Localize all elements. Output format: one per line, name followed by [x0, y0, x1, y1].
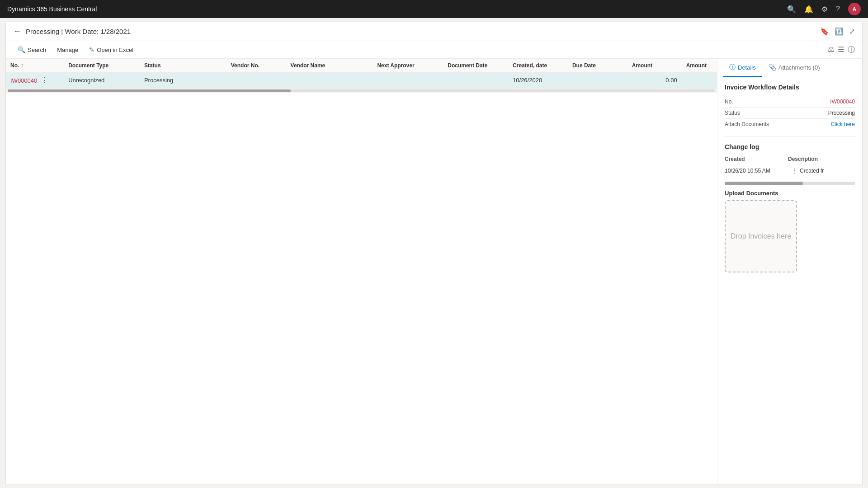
col-header-doc-date: Document Date: [443, 59, 508, 73]
right-panel: ⓘ Details 📎 Attachments (0) Invoice Work…: [717, 59, 862, 484]
detail-row-no: No. IW000040: [725, 96, 855, 108]
cell-vendor-name: [286, 73, 373, 88]
cell-vendor-no: [226, 73, 286, 88]
changelog-col-header-created: Created: [725, 156, 788, 162]
tab-details[interactable]: ⓘ Details: [723, 59, 762, 77]
cell-created-date: 10/26/2020: [508, 73, 568, 88]
cell-doctype: Unrecognized: [64, 73, 140, 88]
bookmark-icon[interactable]: 🔖: [820, 27, 829, 36]
details-section-title: Invoice Workflow Details: [725, 84, 855, 91]
panel-scrollbar[interactable]: [725, 182, 855, 185]
tab-attachments-label: Attachments (0): [778, 64, 820, 71]
detail-row-status: Status Processing: [725, 108, 855, 119]
drop-zone-text: Drop Invoices here: [731, 232, 791, 240]
section-divider-1: [725, 136, 855, 137]
record-link[interactable]: IW000040: [10, 77, 37, 84]
help-icon[interactable]: ?: [836, 5, 840, 13]
changelog-col-header-desc: Description: [788, 156, 855, 162]
notification-icon[interactable]: 🔔: [804, 5, 813, 14]
col-header-amount2: Amount: [682, 59, 717, 73]
table-row[interactable]: IW000040 ⋮ Unrecognized Processing 10/26…: [6, 73, 717, 88]
cell-amount: 0.00: [627, 73, 682, 88]
search-button[interactable]: 🔍 Search: [13, 44, 51, 56]
page-title: Processing | Work Date: 1/28/2021: [26, 28, 131, 35]
content-area: No. ↑ Document Type Status Vendor No. Ve…: [6, 59, 862, 484]
nav-right: 🔍 🔔 ⚙ ? A: [787, 3, 861, 15]
detail-label-attach-docs: Attach Documents: [725, 121, 769, 127]
search-toolbar-icon: 🔍: [18, 46, 25, 53]
col-header-created-date: Created, date: [508, 59, 568, 73]
upload-title: Upload Documents: [725, 190, 855, 197]
detail-value-attach-docs[interactable]: Click here: [831, 121, 855, 127]
filter-icon[interactable]: ⚖: [828, 45, 834, 55]
upload-section: Upload Documents Drop Invoices here: [725, 190, 855, 272]
excel-icon: ✎: [89, 46, 94, 53]
col-header-status: Status: [140, 59, 226, 73]
main-container: ← Processing | Work Date: 1/28/2021 🔖 🔃 …: [5, 22, 863, 484]
app-title: Dynamics 365 Business Central: [7, 5, 97, 13]
detail-value-status: Processing: [828, 110, 855, 116]
table-area: No. ↑ Document Type Status Vendor No. Ve…: [6, 59, 717, 484]
page-header-right: 🔖 🔃 ⤢: [820, 27, 855, 36]
detail-label-status: Status: [725, 110, 740, 116]
user-avatar[interactable]: A: [848, 3, 861, 15]
cell-next-approver: [373, 73, 443, 88]
col-header-doctype: Document Type: [64, 59, 140, 73]
toolbar-right: ⚖ ☰ ⓘ: [828, 45, 855, 55]
tab-details-label: Details: [738, 64, 756, 71]
panel-tabs: ⓘ Details 📎 Attachments (0): [717, 59, 862, 77]
col-header-due-date: Due Date: [568, 59, 627, 73]
changelog-section-title: Change log: [725, 143, 855, 150]
data-table: No. ↑ Document Type Status Vendor No. Ve…: [6, 59, 717, 88]
col-header-vendor-name: Vendor Name: [286, 59, 373, 73]
open-excel-button[interactable]: ✎ Open in Excel: [85, 44, 138, 56]
cell-due-date: [568, 73, 627, 88]
scrollbar-track: [8, 89, 715, 92]
cell-status: Processing: [140, 73, 226, 88]
changelog-row: 10/26/20 10:55 AM ⋮ Created fr: [725, 165, 855, 177]
changelog-header: Created Description: [725, 156, 855, 162]
tab-attachments[interactable]: 📎 Attachments (0): [762, 59, 826, 77]
panel-scrollbar-thumb: [725, 182, 803, 185]
details-tab-icon: ⓘ: [729, 63, 736, 71]
settings-icon[interactable]: ⚙: [821, 5, 828, 14]
detail-label-no: No.: [725, 99, 733, 105]
col-header-next-approver: Next Approver: [373, 59, 443, 73]
share-icon[interactable]: 🔃: [835, 27, 844, 36]
changelog-row-menu[interactable]: ⋮: [790, 167, 800, 174]
top-navigation: Dynamics 365 Business Central 🔍 🔔 ⚙ ? A: [0, 0, 868, 18]
detail-value-no[interactable]: IW000040: [830, 99, 855, 105]
expand-icon[interactable]: ⤢: [849, 27, 855, 36]
row-menu-button[interactable]: ⋮: [39, 76, 50, 84]
page-header-left: ← Processing | Work Date: 1/28/2021: [13, 27, 131, 36]
panel-content: Invoice Workflow Details No. IW000040 St…: [717, 77, 862, 484]
attachment-tab-icon: 📎: [769, 64, 776, 71]
manage-button[interactable]: Manage: [52, 44, 83, 56]
col-header-amount: Amount: [627, 59, 682, 73]
cell-no: IW000040 ⋮: [6, 73, 64, 88]
changelog-rows: 10/26/20 10:55 AM ⋮ Created fr: [725, 165, 855, 177]
changelog-date: 10/26/20 10:55 AM: [725, 168, 788, 174]
info-icon[interactable]: ⓘ: [848, 45, 855, 55]
changelog-description: Created fr: [800, 168, 855, 174]
nav-left: Dynamics 365 Business Central: [7, 5, 97, 13]
table-header-row: No. ↑ Document Type Status Vendor No. Ve…: [6, 59, 717, 73]
back-button[interactable]: ←: [13, 27, 21, 36]
col-header-no[interactable]: No. ↑: [6, 59, 64, 73]
view-icon[interactable]: ☰: [838, 45, 844, 55]
cell-amount2: [682, 73, 717, 88]
cell-doc-date: [443, 73, 508, 88]
page-header: ← Processing | Work Date: 1/28/2021 🔖 🔃 …: [6, 22, 862, 41]
toolbar: 🔍 Search Manage ✎ Open in Excel ⚖ ☰ ⓘ: [6, 41, 862, 59]
detail-row-attach-docs: Attach Documents Click here: [725, 119, 855, 130]
search-icon[interactable]: 🔍: [787, 5, 796, 14]
upload-drop-zone[interactable]: Drop Invoices here: [725, 200, 797, 272]
horizontal-scrollbar[interactable]: [6, 88, 717, 93]
col-header-vendor-no: Vendor No.: [226, 59, 286, 73]
scrollbar-thumb: [8, 89, 291, 92]
